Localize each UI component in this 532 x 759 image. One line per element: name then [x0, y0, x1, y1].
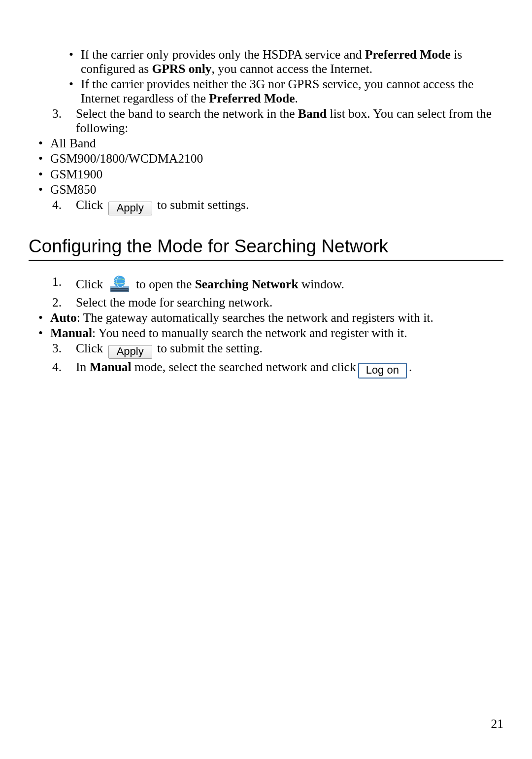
text: window.	[299, 277, 344, 291]
text: In	[76, 360, 90, 374]
text-bold: Searching Network	[195, 277, 299, 291]
page-number: 21	[491, 717, 504, 731]
note-hsdpa: • If the carrier only provides only the …	[29, 47, 503, 76]
text-bold: Manual	[50, 326, 92, 340]
text-bold: Preferred Mode	[365, 47, 451, 62]
list-number: 3.	[52, 341, 76, 359]
bullet-icon: •	[38, 326, 50, 340]
list-number: 4.	[52, 360, 76, 379]
search-step-4: 4. In Manual mode, select the searched n…	[29, 360, 503, 379]
search-step-1: 1. Click to open the Searching Netwo	[29, 275, 503, 294]
text: Click	[76, 341, 106, 355]
text: Click	[76, 277, 106, 291]
text: to submit the setting.	[154, 341, 263, 355]
list-number: 1.	[52, 275, 76, 294]
apply-button[interactable]: Apply	[108, 202, 152, 215]
section-heading: Configuring the Mode for Searching Netwo…	[29, 236, 503, 261]
mode-manual: • Manual: You need to manually search th…	[29, 326, 503, 340]
text: Select the mode for searching network.	[76, 295, 503, 310]
list-number: 4.	[52, 198, 76, 215]
bullet-icon: •	[38, 167, 50, 181]
text: to submit settings.	[154, 198, 249, 212]
text: to open the	[133, 277, 195, 291]
text-bold: Preferred Mode	[209, 91, 295, 105]
search-step-2: 2. Select the mode for searching network…	[29, 295, 503, 310]
apply-button[interactable]: Apply	[108, 345, 152, 359]
band-option: • GSM900/1800/WCDMA2100	[29, 151, 503, 166]
text-bold: GPRS only	[152, 62, 211, 76]
note-no-3g: • If the carrier provides neither the 3G…	[29, 77, 503, 105]
text-bold: Auto	[50, 310, 77, 325]
svg-rect-3	[111, 290, 128, 291]
searching-network-icon[interactable]	[108, 275, 131, 294]
bullet-icon: •	[69, 47, 81, 76]
text: .	[409, 360, 412, 374]
bullet-icon: •	[69, 77, 81, 105]
text-bold: Manual	[90, 360, 132, 374]
svg-rect-2	[111, 288, 128, 289]
log-on-button[interactable]: Log on	[358, 363, 407, 379]
text: GSM1900	[50, 167, 102, 181]
band-option: • All Band	[29, 136, 503, 150]
text: , you cannot access the Internet.	[212, 62, 372, 76]
text: All Band	[50, 136, 96, 150]
text: : The gateway automatically searches the…	[77, 310, 433, 325]
bullet-icon: •	[38, 151, 50, 166]
text: Click	[76, 198, 106, 212]
text: mode, select the searched network and cl…	[132, 360, 356, 374]
text: Select the band to search the network in…	[76, 106, 298, 121]
mode-auto: • Auto: The gateway automatically search…	[29, 310, 503, 325]
step-4-top: 4. Click Apply to submit settings.	[29, 198, 503, 215]
search-step-3: 3. Click Apply to submit the setting.	[29, 341, 503, 359]
list-number: 2.	[52, 295, 76, 310]
text: .	[295, 91, 298, 105]
band-option: • GSM1900	[29, 167, 503, 181]
bullet-icon: •	[38, 310, 50, 325]
band-option: • GSM850	[29, 182, 503, 197]
list-number: 3.	[52, 106, 76, 135]
bullet-icon: •	[38, 136, 50, 150]
text: GSM850	[50, 182, 97, 197]
text: If the carrier only provides only the HS…	[81, 47, 365, 62]
text-bold: Band	[298, 106, 327, 121]
text: GSM900/1800/WCDMA2100	[50, 151, 203, 166]
step-3: 3. Select the band to search the network…	[29, 106, 503, 135]
bullet-icon: •	[38, 182, 50, 197]
text: : You need to manually search the networ…	[92, 326, 407, 340]
